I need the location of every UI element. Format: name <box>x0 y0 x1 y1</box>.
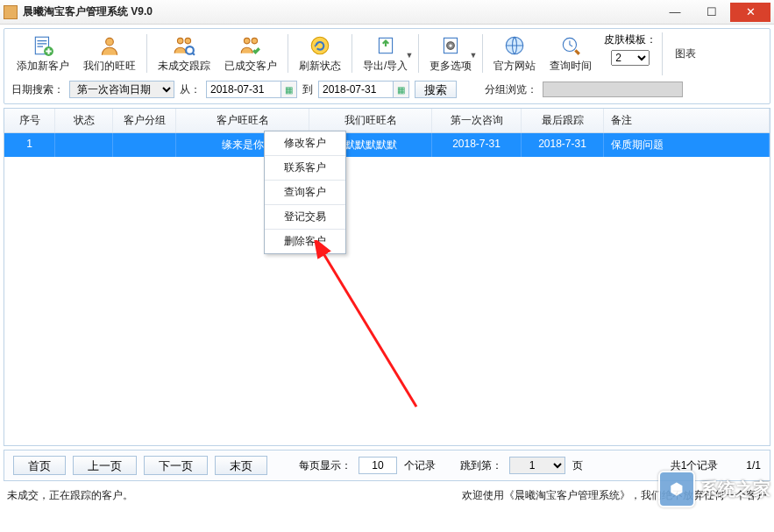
date-type-select[interactable]: 第一次咨询日期 <box>69 81 174 98</box>
export-import-icon <box>373 34 398 57</box>
watermark: ⬢ 系统之家 <box>658 471 770 507</box>
svg-point-12 <box>450 44 452 46</box>
maximize-button[interactable]: ☐ <box>693 3 730 22</box>
pager: 首页 上一页 下一页 末页 每页显示： 个记录 跳到第： 1 页 共1个记录 1… <box>4 450 770 481</box>
status-left: 未成交，正在跟踪的客户。 <box>7 488 133 503</box>
people-check-icon <box>238 34 263 57</box>
svg-point-3 <box>177 38 183 44</box>
cell-last: 2018-7-31 <box>522 133 604 157</box>
col-cust-ww[interactable]: 客户旺旺名 <box>176 109 309 132</box>
traded-customer-button[interactable]: 已成交客户 <box>217 32 284 75</box>
svg-line-15 <box>322 251 416 407</box>
official-site-button[interactable]: 官方网站 <box>486 32 543 75</box>
svg-point-6 <box>244 38 250 44</box>
table-header: 序号 状态 客户分组 客户旺旺名 我们旺旺名 第一次咨询 最后跟踪 备注 <box>4 109 770 133</box>
menu-register-trade[interactable]: 登记交易 <box>265 205 345 230</box>
per-page-input[interactable] <box>359 457 397 474</box>
skin-selector: 皮肤模板： 2 <box>604 32 657 66</box>
customer-table: 序号 状态 客户分组 客户旺旺名 我们旺旺名 第一次咨询 最后跟踪 备注 1 缘… <box>4 108 770 446</box>
clock-search-icon <box>558 34 583 57</box>
chart-button[interactable]: 图表 <box>662 32 708 75</box>
prev-page-button[interactable]: 上一页 <box>73 456 137 475</box>
separator <box>351 34 352 73</box>
to-label: 到 <box>302 82 313 97</box>
from-label: 从： <box>180 82 201 97</box>
gear-icon <box>438 34 463 57</box>
search-button[interactable]: 搜索 <box>415 81 457 98</box>
person-icon <box>97 34 122 57</box>
jump-select[interactable]: 1 <box>509 457 565 474</box>
col-our-ww[interactable]: 我们旺旺名 <box>309 109 432 132</box>
svg-point-8 <box>311 37 329 54</box>
next-page-button[interactable]: 下一页 <box>144 456 208 475</box>
svg-point-4 <box>185 38 191 44</box>
menu-delete-customer[interactable]: 删除客户 <box>265 230 345 253</box>
col-note[interactable]: 备注 <box>604 109 770 132</box>
main-toolbar: 添加新客户 我们的旺旺 未成交跟踪 已成交客户 刷新状态 导出/导入 ▼ <box>4 29 770 77</box>
more-options-button[interactable]: 更多选项 ▼ <box>423 32 479 75</box>
cell-seq: 1 <box>4 133 55 157</box>
col-seq[interactable]: 序号 <box>4 109 55 132</box>
annotation-arrow <box>311 240 425 415</box>
dropdown-icon: ▼ <box>469 51 477 60</box>
col-first[interactable]: 第一次咨询 <box>432 109 522 132</box>
page-position: 1/1 <box>746 459 761 472</box>
col-group[interactable]: 客户分组 <box>113 109 176 132</box>
separator <box>288 34 288 73</box>
skin-select[interactable]: 2 <box>611 50 650 66</box>
col-status[interactable]: 状态 <box>55 109 113 132</box>
svg-point-7 <box>252 38 258 44</box>
jump-label: 跳到第： <box>460 458 502 473</box>
app-icon <box>4 5 18 19</box>
add-customer-button[interactable]: 添加新客户 <box>10 32 76 75</box>
my-wangwang-button[interactable]: 我们的旺旺 <box>76 32 143 75</box>
separator <box>482 34 483 73</box>
calendar-icon[interactable]: ▦ <box>394 81 409 98</box>
group-browse-field[interactable] <box>543 82 683 97</box>
window-titlebar: 晨曦淘宝客户管理系统 V9.0 — ☐ ✕ <box>0 0 774 25</box>
separator <box>146 34 147 73</box>
svg-point-5 <box>186 46 194 54</box>
date-search-label: 日期搜索： <box>11 82 64 97</box>
page-unit-label: 页 <box>572 458 583 473</box>
close-button[interactable]: ✕ <box>730 3 770 22</box>
to-date-input[interactable] <box>318 81 394 98</box>
cell-note: 保质期问题 <box>604 133 770 157</box>
dropdown-icon: ▼ <box>405 51 413 60</box>
cell-group <box>113 133 176 157</box>
menu-query-customer[interactable]: 查询客户 <box>265 181 345 205</box>
context-menu: 修改客户 联系客户 查询客户 登记交易 删除客户 <box>264 131 346 254</box>
query-time-button[interactable]: 查询时间 <box>543 32 599 75</box>
group-browse-label: 分组浏览： <box>485 82 537 97</box>
search-bar: 日期搜索： 第一次咨询日期 从： ▦ 到 ▦ 搜索 分组浏览： <box>4 77 770 103</box>
refresh-button[interactable]: 刷新状态 <box>292 32 348 75</box>
table-row[interactable]: 1 缘来是你 默默默默默 2018-7-31 2018-7-31 保质期问题 <box>4 133 770 157</box>
first-page-button[interactable]: 首页 <box>13 456 66 475</box>
cell-first: 2018-7-31 <box>432 133 522 157</box>
refresh-icon <box>308 34 332 57</box>
separator <box>418 34 419 73</box>
col-last[interactable]: 最后跟踪 <box>522 109 604 132</box>
cell-status <box>55 133 113 157</box>
records-label: 个记录 <box>404 458 436 473</box>
svg-point-2 <box>106 38 114 46</box>
add-customer-icon <box>31 34 55 57</box>
watermark-text: 系统之家 <box>700 478 770 501</box>
menu-contact-customer[interactable]: 联系客户 <box>265 156 345 181</box>
minimize-button[interactable]: — <box>657 3 693 22</box>
per-page-label: 每页显示： <box>299 458 351 473</box>
last-page-button[interactable]: 末页 <box>215 456 267 475</box>
menu-edit-customer[interactable]: 修改客户 <box>265 131 345 156</box>
globe-icon <box>502 34 527 57</box>
not-traded-button[interactable]: 未成交跟踪 <box>151 32 217 75</box>
watermark-logo-icon: ⬢ <box>658 471 695 507</box>
export-import-button[interactable]: 导出/导入 ▼ <box>356 32 415 75</box>
window-title: 晨曦淘宝客户管理系统 V9.0 <box>23 4 657 19</box>
people-track-icon <box>172 34 196 57</box>
calendar-icon[interactable]: ▦ <box>281 81 297 98</box>
from-date-input[interactable] <box>206 81 281 98</box>
